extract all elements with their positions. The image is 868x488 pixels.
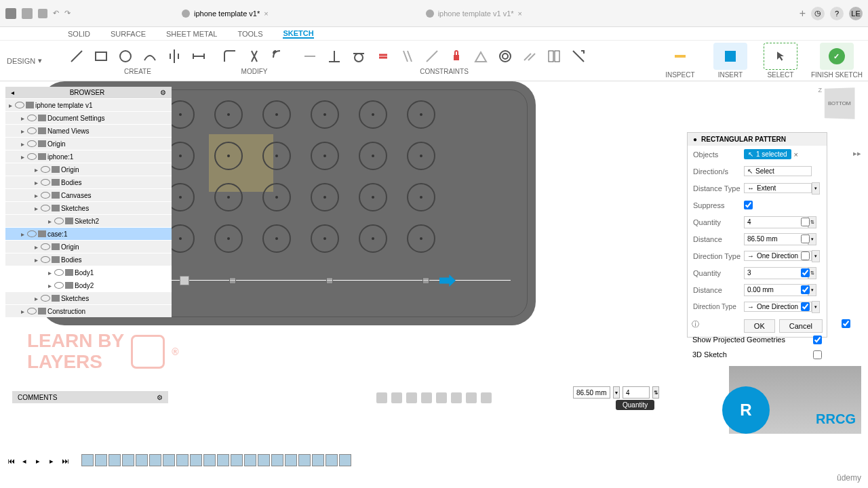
visibility-icon[interactable] (41, 179, 50, 186)
pattern-circle[interactable] (359, 100, 387, 129)
finish-sketch-button[interactable]: ✓ (820, 43, 854, 70)
tree-item[interactable]: ▸Document Settings (5, 112, 172, 124)
timeline-feature[interactable] (326, 454, 338, 466)
expand-icon[interactable]: ▸ (33, 243, 39, 251)
pattern-circle[interactable] (214, 183, 243, 211)
cancel-button[interactable]: Cancel (779, 319, 823, 333)
timeline-feature[interactable] (231, 454, 243, 466)
pattern-circle[interactable] (262, 183, 291, 211)
tree-item[interactable]: ▸Sketches (5, 292, 172, 304)
timeline-feature[interactable] (271, 454, 283, 466)
expand-icon[interactable]: ▸ (19, 230, 26, 238)
inspect-button[interactable] (663, 43, 697, 70)
tree-item[interactable]: ▸Construction (5, 305, 172, 317)
pattern-circle[interactable] (359, 142, 387, 170)
timeline-feature[interactable] (285, 454, 297, 466)
sketch3d-checkbox[interactable] (813, 350, 822, 359)
gear-icon[interactable]: ⚙ (157, 394, 163, 401)
pattern-circle[interactable] (407, 183, 435, 211)
timeline-feature[interactable] (203, 454, 216, 466)
expand-icon[interactable]: ▸ (33, 166, 39, 174)
timeline-feature[interactable] (122, 454, 134, 466)
fix-constraint[interactable] (446, 46, 467, 66)
panel-collapse-icon[interactable]: ▸▸ (853, 149, 861, 158)
display-icon[interactable] (451, 392, 462, 403)
distance-input-1[interactable] (744, 233, 808, 245)
visibility-icon[interactable] (54, 282, 64, 289)
help-icon[interactable]: ? (830, 7, 844, 20)
pattern-circle[interactable] (262, 142, 291, 170)
visibility-icon[interactable] (27, 153, 37, 160)
visibility-icon[interactable] (41, 243, 50, 250)
timeline-feature[interactable] (81, 454, 94, 466)
tree-item[interactable]: ▸Origin (5, 138, 172, 150)
collinear-constraint[interactable] (519, 46, 540, 66)
visibility-icon[interactable] (41, 166, 50, 173)
tree-item[interactable]: ▸iphone template v1 (5, 99, 172, 111)
expand-icon[interactable]: ▸ (33, 179, 39, 186)
zoom-icon[interactable] (421, 392, 432, 403)
offset-tool[interactable] (269, 46, 289, 66)
pan-icon[interactable] (406, 392, 417, 403)
expand-icon[interactable]: ▸ (7, 102, 14, 109)
tree-item[interactable]: ▸case:1 (5, 228, 172, 240)
viewport-icon[interactable] (481, 392, 492, 403)
selection-chip[interactable]: ↖ 1 selected (744, 149, 791, 159)
timeline-prev-icon[interactable]: ◂ (19, 455, 30, 466)
visibility-icon[interactable] (41, 192, 50, 199)
visibility-icon[interactable] (54, 218, 64, 224)
curvature-constraint[interactable] (568, 46, 589, 66)
tree-item[interactable]: ▸Body2 (5, 279, 172, 291)
expand-icon[interactable]: ▸ (19, 115, 26, 122)
row-checkbox[interactable] (801, 302, 810, 311)
row-checkbox[interactable] (801, 285, 810, 294)
quantity-input-1[interactable] (744, 216, 808, 228)
pattern-circle[interactable] (214, 224, 243, 253)
pattern-circle[interactable] (214, 142, 243, 170)
tree-item[interactable]: ▸Bodies (5, 253, 172, 266)
info-icon[interactable]: ⓘ (692, 319, 699, 333)
timeline-feature[interactable] (149, 454, 161, 466)
clear-selection-icon[interactable]: × (794, 150, 798, 159)
grid-icon[interactable] (466, 392, 477, 403)
row-checkbox[interactable] (801, 235, 810, 243)
suppress-checkbox[interactable] (744, 201, 753, 209)
select-button[interactable] (764, 43, 797, 70)
expand-icon[interactable]: ▸ (19, 127, 26, 135)
direction-select[interactable]: ↖ Select (744, 166, 812, 176)
pattern-circle[interactable] (311, 183, 339, 211)
midpoint-constraint[interactable] (471, 46, 491, 66)
timeline-feature[interactable] (163, 454, 175, 466)
perpendicular-constraint[interactable] (422, 46, 442, 66)
tree-item[interactable]: ▸Origin (5, 163, 172, 176)
tree-item[interactable]: ▸Body1 (5, 266, 172, 279)
tangent-constraint[interactable] (349, 46, 369, 66)
chevron-down-icon[interactable]: ▾ (613, 386, 620, 399)
stepper-icon[interactable]: ⇅ (652, 386, 659, 399)
comments-bar[interactable]: COMMENTS ⚙ (12, 391, 168, 403)
row-checkbox[interactable] (801, 218, 810, 226)
equal-constraint[interactable] (373, 46, 393, 66)
row-checkbox[interactable] (842, 319, 850, 328)
visibility-icon[interactable] (27, 230, 37, 237)
quantity-input-2[interactable] (744, 267, 808, 279)
fillet-tool[interactable] (220, 46, 240, 66)
timeline-feature[interactable] (136, 454, 148, 466)
tree-item[interactable]: ▸Origin (5, 241, 172, 253)
doc-tab-2[interactable]: iphone template v1 v1* × (415, 3, 533, 24)
look-icon[interactable] (391, 392, 402, 403)
trim-tool[interactable] (244, 46, 264, 66)
gear-icon[interactable]: ⚙ (160, 89, 166, 96)
inline-quantity-input[interactable] (623, 386, 650, 399)
expand-icon[interactable]: ▸ (46, 269, 53, 277)
visibility-icon[interactable] (27, 127, 37, 134)
distance-input-2[interactable] (744, 284, 808, 296)
expand-icon[interactable]: ▸ (33, 192, 39, 199)
chevron-left-icon[interactable]: ◂ (11, 89, 14, 96)
chevron-down-icon[interactable]: ▾ (812, 182, 820, 195)
visibility-icon[interactable] (27, 140, 37, 147)
pattern-circle[interactable] (262, 100, 291, 129)
pattern-circle[interactable] (311, 224, 339, 253)
pattern-circle[interactable] (311, 100, 339, 129)
close-icon[interactable]: × (518, 9, 522, 18)
